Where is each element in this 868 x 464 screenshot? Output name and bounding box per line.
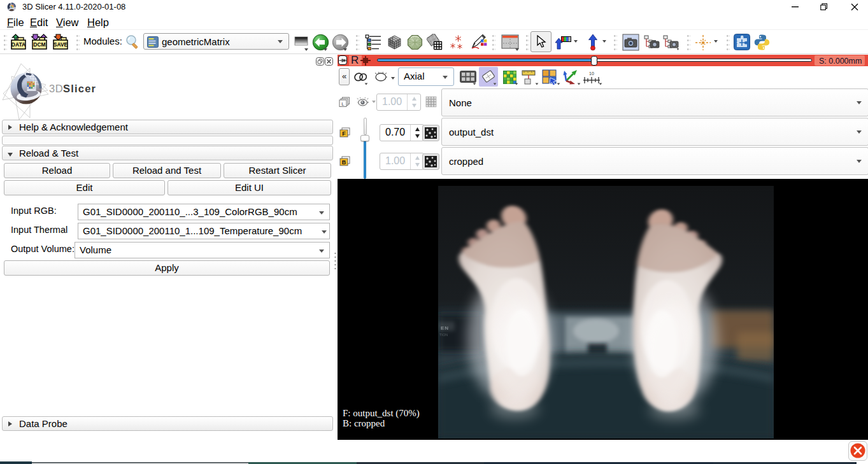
svg-text:TION: TION — [439, 333, 448, 337]
svg-text:EN: EN — [441, 325, 449, 331]
svg-text:Slicer: Slicer — [63, 83, 96, 94]
svg-text:SAVE: SAVE — [53, 41, 68, 48]
svg-text:DCM: DCM — [33, 41, 45, 48]
svg-text:DATA: DATA — [11, 41, 25, 48]
svg-text:10: 10 — [589, 71, 594, 76]
svg-text:3D: 3D — [49, 83, 63, 94]
